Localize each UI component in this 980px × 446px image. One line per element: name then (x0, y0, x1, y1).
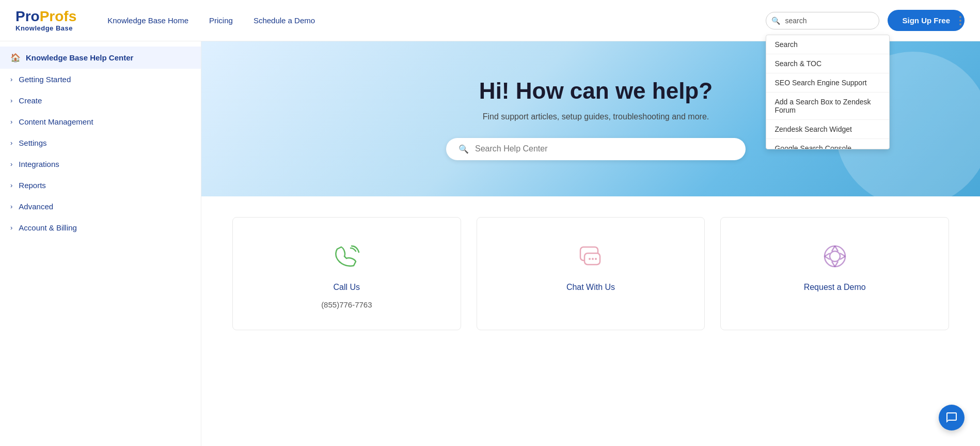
sidebar-item-label-content-management: Content Management (19, 117, 93, 126)
header-right: 🔍 Search Search & TOC SEO Search Engine … (766, 10, 965, 31)
chevron-icon-reports: › (10, 181, 12, 189)
sidebar-item-label-reports: Reports (19, 181, 46, 190)
hero-title: Hi! How can we help? (479, 78, 713, 104)
logo-profs: Profs (40, 9, 77, 24)
dropdown-scroll: Search Search & TOC SEO Search Engine Su… (766, 35, 889, 149)
dropdown-item-search-toc[interactable]: Search & TOC (766, 54, 889, 73)
chevron-icon-create: › (10, 97, 12, 104)
sidebar-item-label-settings: Settings (19, 139, 46, 147)
search-dropdown: Search Search & TOC SEO Search Engine Su… (766, 35, 890, 149)
card-demo-label: Request a Demo (804, 283, 866, 292)
search-input[interactable] (766, 12, 879, 29)
sidebar-item-advanced[interactable]: › Advanced (0, 196, 201, 217)
home-icon: 🏠 (10, 53, 21, 63)
sidebar-item-settings[interactable]: › Settings (0, 132, 201, 153)
card-call-us[interactable]: Call Us (855)776-7763 (232, 217, 461, 330)
sidebar-item-label-integrations: Integrations (19, 160, 59, 168)
nav: Knowledge Base Home Pricing Schedule a D… (107, 16, 766, 25)
logo: ProProfs Knowledge Base (15, 9, 76, 32)
signup-button[interactable]: Sign Up Free (888, 10, 965, 31)
card-chat-with-us[interactable]: Chat With Us (477, 217, 705, 330)
dropdown-item-google-search[interactable]: Google Search Console (766, 139, 889, 149)
nav-pricing[interactable]: Pricing (209, 16, 233, 25)
hero-search-input[interactable] (475, 144, 733, 153)
card-call-us-label: Call Us (334, 283, 360, 292)
sidebar-item-account-billing[interactable]: › Account & Billing (0, 217, 201, 238)
chevron-icon-getting-started: › (10, 75, 12, 83)
cards-section: Call Us (855)776-7763 (201, 196, 980, 351)
sidebar-item-label-kb-help-center: Knowledge Base Help Center (26, 53, 133, 62)
sidebar-item-getting-started[interactable]: › Getting Started (0, 69, 201, 90)
logo-pro: Pro (15, 9, 40, 24)
phone-icon (328, 238, 365, 274)
svg-point-3 (592, 258, 594, 260)
search-wrapper: 🔍 Search Search & TOC SEO Search Engine … (766, 12, 879, 29)
hero-subtitle: Find support articles, setup guides, tro… (483, 112, 709, 121)
card-chat-label: Chat With Us (566, 283, 615, 292)
header: ProProfs Knowledge Base Knowledge Base H… (0, 0, 980, 41)
sidebar-item-label-advanced: Advanced (19, 202, 53, 211)
svg-point-6 (830, 251, 840, 262)
sidebar-item-content-management[interactable]: › Content Management (0, 111, 201, 132)
dropdown-item-zendesk-widget[interactable]: Zendesk Search Widget (766, 120, 889, 139)
search-icon: 🔍 (771, 17, 780, 25)
chat-icon (573, 238, 609, 274)
sidebar-item-label-getting-started: Getting Started (19, 75, 71, 84)
svg-point-5 (825, 246, 845, 267)
svg-point-4 (595, 258, 597, 260)
chevron-icon-content-management: › (10, 118, 12, 126)
hero-search-icon: 🔍 (459, 144, 469, 154)
dropdown-item-seo[interactable]: SEO Search Engine Support (766, 73, 889, 93)
nav-schedule-demo[interactable]: Schedule a Demo (254, 16, 315, 25)
svg-point-2 (589, 258, 591, 260)
sidebar-item-label-account-billing: Account & Billing (19, 223, 77, 232)
chevron-icon-account-billing: › (10, 224, 12, 232)
sidebar-item-reports[interactable]: › Reports (0, 175, 201, 196)
sidebar-item-create[interactable]: › Create (0, 90, 201, 111)
lifebuoy-icon (817, 238, 853, 274)
dropdown-item-zendesk-forum[interactable]: Add a Search Box to Zendesk Forum (766, 93, 889, 120)
chevron-icon-advanced: › (10, 203, 12, 210)
sidebar-item-integrations[interactable]: › Integrations (0, 153, 201, 175)
chevron-icon-integrations: › (10, 160, 12, 168)
sidebar-item-kb-help-center[interactable]: 🏠 Knowledge Base Help Center (0, 47, 201, 69)
logo-subtitle: Knowledge Base (15, 25, 76, 32)
sidebar: 🏠 Knowledge Base Help Center › Getting S… (0, 41, 201, 446)
floating-chat-button[interactable] (939, 405, 965, 430)
dropdown-item-search[interactable]: Search (766, 35, 889, 54)
card-request-demo[interactable]: Request a Demo (720, 217, 949, 330)
sidebar-item-label-create: Create (19, 96, 42, 105)
chevron-icon-settings: › (10, 139, 12, 147)
card-call-us-value: (855)776-7763 (321, 300, 372, 309)
hero-search-bar: 🔍 (446, 138, 746, 160)
more-options[interactable] (959, 16, 961, 25)
nav-kb-home[interactable]: Knowledge Base Home (107, 16, 188, 25)
